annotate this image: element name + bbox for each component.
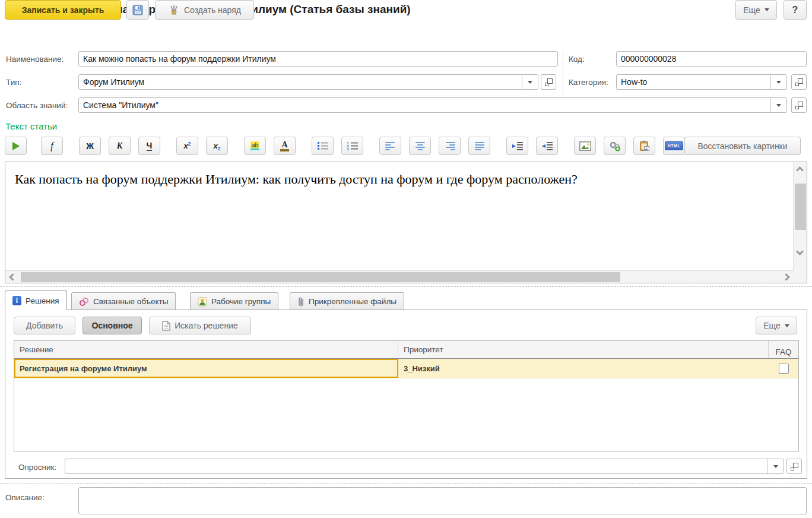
indent-increase-button[interactable] xyxy=(506,137,528,155)
editor-horizontal-scrollbar[interactable] xyxy=(5,270,794,283)
scroll-down-icon[interactable] xyxy=(796,248,804,255)
highlight-color-icon: ab xyxy=(250,141,259,150)
preview-play-button[interactable] xyxy=(5,137,27,155)
save-button[interactable] xyxy=(126,0,149,20)
more-button-solutions[interactable]: Еще xyxy=(756,317,797,334)
create-order-button[interactable]: Создать наряд xyxy=(155,0,254,20)
align-center-button[interactable] xyxy=(409,137,431,155)
priority-cell[interactable]: 3_Низкий xyxy=(398,359,769,378)
font-color-icon: A xyxy=(280,141,288,151)
code-field-label: Код: xyxy=(569,55,585,64)
description-textarea[interactable] xyxy=(78,487,807,514)
italic-button[interactable]: К xyxy=(109,137,131,155)
insert-image-button[interactable] xyxy=(574,137,596,155)
more-label: Еще xyxy=(743,5,760,15)
column-header-faq[interactable]: FAQ xyxy=(769,341,798,358)
faq-cell[interactable] xyxy=(769,359,798,378)
html-source-button[interactable]: HTML xyxy=(663,137,685,155)
superscript-button[interactable]: x2 xyxy=(176,137,198,155)
table-row[interactable]: Регистрация на форуме Итилиум 3_Низкий xyxy=(14,359,798,378)
solution-cell[interactable]: Регистрация на форуме Итилиум xyxy=(14,359,398,378)
scroll-right-icon[interactable] xyxy=(782,273,790,281)
help-button[interactable]: ? xyxy=(784,0,807,20)
tab-working-groups[interactable]: Рабочие группы xyxy=(190,292,278,310)
fields-column-splitter[interactable] xyxy=(563,52,563,95)
bold-icon: Ж xyxy=(86,141,94,151)
function-button[interactable]: f xyxy=(41,137,63,155)
knowledge-area-open-button[interactable] xyxy=(791,97,807,113)
align-center-icon xyxy=(415,142,426,150)
floppy-icon xyxy=(132,4,144,16)
italic-icon: К xyxy=(117,141,123,151)
restore-images-label: Восстановить картинки xyxy=(697,141,787,151)
add-solution-button[interactable]: Добавить xyxy=(14,317,75,334)
type-open-button[interactable] xyxy=(541,74,556,90)
name-input[interactable] xyxy=(78,51,558,67)
tab-solutions-label: Решения xyxy=(26,296,59,305)
restore-images-button[interactable]: Восстановить картинки xyxy=(684,137,801,155)
knowledge-area-field-label: Область знаний: xyxy=(6,101,68,110)
knowledge-area-dropdown-button[interactable] xyxy=(770,98,786,112)
questionnaire-dropdown-button[interactable] xyxy=(767,459,784,473)
underline-icon: Ч xyxy=(147,141,153,151)
subscript-icon: x xyxy=(213,141,217,150)
bulleted-list-button[interactable] xyxy=(312,137,334,155)
scroll-up-icon[interactable] xyxy=(796,166,804,174)
more-button-top[interactable]: Еще xyxy=(735,0,777,20)
faq-checkbox[interactable] xyxy=(779,364,789,374)
underline-button[interactable]: Ч xyxy=(138,137,160,155)
category-dropdown-button[interactable] xyxy=(770,75,786,89)
insert-image-icon xyxy=(579,141,591,151)
tab-solutions[interactable]: i Решения xyxy=(5,290,67,310)
panel-description-splitter[interactable] xyxy=(0,483,812,484)
horizontal-scroll-thumb[interactable] xyxy=(21,272,620,282)
save-and-close-button[interactable]: Записать и закрыть xyxy=(5,0,121,20)
insert-link-button[interactable] xyxy=(604,137,626,155)
bold-button[interactable]: Ж xyxy=(79,137,101,155)
align-justify-icon xyxy=(474,142,485,150)
knowledge-area-combo[interactable]: Система "Итилиум" xyxy=(78,97,787,113)
main-toggle-button[interactable]: Основное xyxy=(83,317,142,334)
editor-tabs-splitter[interactable] xyxy=(0,286,812,287)
indent-decrease-button[interactable] xyxy=(536,137,558,155)
align-left-button[interactable] xyxy=(379,137,401,155)
type-combo[interactable]: Форум Итилиум xyxy=(78,74,538,90)
bulleted-list-icon xyxy=(317,141,329,150)
category-open-button[interactable] xyxy=(791,74,807,90)
open-picker-icon xyxy=(795,102,803,109)
tab-attached-files[interactable]: Прикрепленные файлы xyxy=(290,292,404,310)
document-icon xyxy=(162,321,170,331)
open-picker-icon xyxy=(795,78,803,86)
column-header-priority[interactable]: Приоритет xyxy=(398,341,769,358)
tab-linked-objects-label: Связанные объекты xyxy=(93,297,168,306)
paste-image-button[interactable] xyxy=(633,137,655,155)
chevron-down-icon xyxy=(773,465,778,468)
solutions-table-header: Решение Приоритет FAQ xyxy=(14,341,798,359)
tab-linked-objects[interactable]: Связанные объекты xyxy=(71,292,176,310)
category-combo[interactable]: How-to xyxy=(616,74,787,90)
chevron-down-icon xyxy=(528,81,532,84)
code-input[interactable] xyxy=(616,51,807,67)
person-icon xyxy=(198,297,207,307)
tab-working-groups-label: Рабочие группы xyxy=(211,297,271,306)
main-toggle-label: Основное xyxy=(91,321,132,330)
editor-vertical-scrollbar[interactable] xyxy=(793,162,807,283)
subscript-button[interactable]: x2 xyxy=(206,137,228,155)
align-right-button[interactable] xyxy=(439,137,461,155)
scroll-left-icon[interactable] xyxy=(9,273,17,281)
search-solution-button[interactable]: Искать решение xyxy=(149,317,251,334)
type-dropdown-button[interactable] xyxy=(522,75,538,89)
highlight-color-button[interactable]: ab xyxy=(244,137,266,155)
column-header-solution[interactable]: Решение xyxy=(14,341,398,358)
questionnaire-open-button[interactable] xyxy=(786,459,802,474)
article-text-content[interactable]: Как попасть на форум поддержки Итилиум: … xyxy=(15,172,783,187)
align-justify-button[interactable] xyxy=(468,137,490,155)
article-text-editor[interactable]: Как попасть на форум поддержки Итилиум: … xyxy=(5,162,807,283)
numbered-list-button[interactable]: 123 xyxy=(341,137,363,155)
vertical-scroll-thumb[interactable] xyxy=(795,184,806,230)
chevron-down-icon xyxy=(785,324,789,327)
questionnaire-combo[interactable] xyxy=(65,459,784,474)
solutions-table: Решение Приоритет FAQ Регистрация на фор… xyxy=(14,340,799,451)
font-color-button[interactable]: A xyxy=(274,137,296,155)
paperclip-icon xyxy=(297,296,304,307)
